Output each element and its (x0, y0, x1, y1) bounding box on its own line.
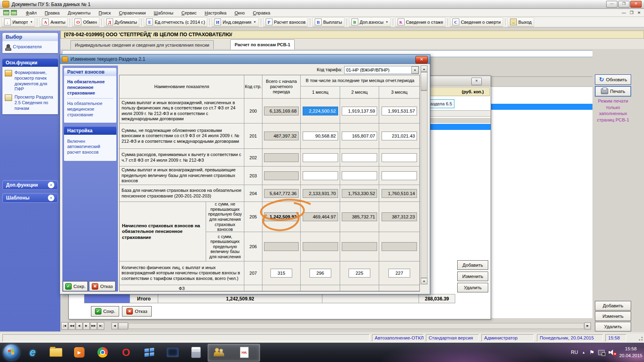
scroll-up-icon[interactable]: ▲ (421, 66, 427, 72)
nav-prev-icon[interactable]: ◀ (76, 322, 83, 330)
popup-close-icon[interactable]: ✕ (471, 78, 482, 85)
nav-next-icon[interactable]: ▶ (83, 322, 90, 330)
cell-202-m3[interactable] (382, 153, 417, 162)
volume-muted-icon[interactable]: ✖ (609, 350, 615, 355)
ind-svedeniya-button[interactable]: И Инд.сведения▼ (212, 17, 258, 27)
tariff-dropdown-icon[interactable]: ▼ (411, 66, 419, 74)
taskbar-ie-icon[interactable]: e (23, 345, 42, 360)
nav-item-pension[interactable]: На обязательное пенсионное страхование (65, 78, 116, 97)
sidebar-item-formirovanie[interactable]: Формирование, просмотр пачек документов … (4, 69, 56, 93)
network-icon[interactable] (598, 350, 605, 355)
mdi-minimize-icon[interactable]: — (622, 10, 626, 15)
print-button[interactable]: Печать (595, 86, 631, 97)
hscroll-right-icon[interactable]: ▶ (584, 323, 591, 329)
ed-otchetnost-button[interactable]: Е Ед.отчетность (с 2014 г.) (144, 17, 207, 27)
menu-documents[interactable]: Документы (68, 10, 91, 15)
taskbar-calculator-icon[interactable] (187, 345, 205, 360)
mdi-close-icon[interactable]: ✕ (638, 10, 641, 15)
sidebar-group-shablony[interactable]: Шаблоны » (2, 193, 58, 203)
cell-207-total[interactable]: 315 (270, 269, 292, 278)
tab-individual-svedeniya[interactable]: Индивидуальные сведения и сведения для у… (70, 40, 214, 49)
popup-cancel-button[interactable]: ✖ Отказ (122, 306, 152, 317)
action-center-flag-icon[interactable]: ⚑ (589, 349, 594, 356)
menu-templates[interactable]: Шаблоны (154, 10, 173, 15)
taskbar-media-player-icon[interactable]: ▶ (70, 345, 89, 360)
tray-expand-icon[interactable]: ▲ (582, 351, 585, 354)
start-button[interactable] (3, 344, 19, 360)
menu-window[interactable]: Окно (235, 10, 245, 15)
taskbar-xml-doc-icon[interactable]: XML (235, 345, 254, 360)
taskbar-windows-app-icon[interactable] (140, 345, 159, 360)
popup-add-button[interactable]: Добавить (457, 260, 488, 270)
tray-clock[interactable]: 15:58 20.04.2015 (619, 346, 642, 360)
taskbar-explorer-icon[interactable] (47, 345, 65, 360)
popup-save-button[interactable]: ✔ Сохр. (91, 306, 119, 317)
cell-207-m2[interactable]: 225 (349, 269, 370, 278)
scroll-track[interactable] (421, 90, 427, 278)
mdi-restore-icon[interactable]: ❐ (630, 10, 634, 15)
nav-last-icon[interactable]: ▶| (97, 322, 104, 330)
hscroll-track[interactable] (128, 323, 584, 329)
dialog-cancel-button[interactable]: ✖ Отказ (89, 281, 116, 291)
edit-button[interactable]: Изменить (595, 311, 631, 321)
nav-fast-prev-icon[interactable]: ◀◀ (68, 322, 75, 330)
taskbar-opera-icon[interactable]: O (117, 345, 135, 360)
cell-202-m1[interactable] (303, 153, 338, 162)
language-indicator[interactable]: RU (571, 350, 578, 355)
taskbar-remote-desktop-icon[interactable] (163, 345, 182, 360)
minimize-icon[interactable]: — (606, 1, 617, 8)
import-button[interactable]: ↓ Импорт▼ (2, 17, 35, 27)
sidebar-item-prosmotr-razdela[interactable]: Просмотр Раздела 2.5 Сведения по пачкам (4, 93, 56, 112)
dialog-save-button[interactable]: ✔ Сохр. (63, 281, 88, 291)
cell-201-m1[interactable]: 90,568.82 (303, 132, 338, 140)
nav-item-medical[interactable]: На обязательное медицинское страхование (65, 99, 116, 119)
menu-file[interactable]: Файл (26, 10, 37, 15)
cell-203-m3[interactable] (382, 171, 417, 180)
raschet-vznosov-button[interactable]: Р Расчет взносов (263, 17, 308, 27)
dialog-close-icon[interactable]: ✕ (415, 56, 428, 64)
obmen-button[interactable]: О Обмен (72, 17, 99, 27)
sidebar-group-dop-funkcii[interactable]: Доп.функции » (2, 180, 58, 190)
cell-201-m3[interactable]: 231,021.43 (382, 132, 417, 140)
taskbar-pu5-app-icon[interactable] (210, 345, 229, 360)
nav-fast-next-icon[interactable]: ▶▶ (90, 322, 97, 330)
menu-search[interactable]: Поиск (99, 10, 111, 15)
ankety-button[interactable]: А Анкеты (39, 17, 68, 27)
cell-203-m2[interactable] (342, 171, 377, 180)
cell-207-m3[interactable]: 227 (388, 269, 410, 278)
cell-200-m3[interactable]: 1,991,531.57 (382, 107, 417, 115)
tab-raschet-rsv1[interactable]: Расчет по взносам РСВ-1 (230, 39, 295, 49)
cell-200-m2[interactable]: 1,919,137.59 (342, 107, 377, 115)
mdi-window-icon[interactable] (3, 10, 9, 15)
cell-200-m1-selected[interactable]: 2,224,500.52 (303, 107, 338, 115)
delete-button[interactable]: Удалить (595, 322, 631, 331)
stazh-button[interactable]: К Сведения о стаже (395, 17, 446, 27)
scroll-thumb[interactable] (421, 72, 427, 90)
refresh-button[interactable]: ↻ Обновить (595, 74, 631, 85)
vyplaty-button[interactable]: В Выплаты (312, 17, 344, 27)
menu-help[interactable]: Справка (253, 10, 270, 15)
nav-first-icon[interactable]: |◀ (61, 322, 68, 330)
tariff-combobox[interactable]: 01-НР (ВЖНР/ВПНР) ▼ (344, 66, 419, 74)
hscroll-left-icon[interactable]: ◀ (111, 323, 118, 329)
maximize-icon[interactable]: ❐ (618, 1, 630, 8)
resize-grip[interactable] (638, 336, 643, 342)
menu-edit[interactable]: Правка (45, 10, 60, 15)
dop-vznosy-button[interactable]: В Доп.взносы▼ (349, 17, 391, 27)
cell-207-m1[interactable]: 296 (310, 269, 331, 278)
cell-202-m2[interactable] (342, 153, 377, 162)
scroll-down-icon[interactable]: ▼ (421, 278, 427, 284)
add-button[interactable]: Добавить (595, 301, 631, 311)
exit-button[interactable]: → Выход (508, 17, 534, 27)
cell-203-m1[interactable] (303, 171, 338, 180)
popup-delete-button[interactable]: Удалить (457, 283, 488, 292)
hscroll-thumb[interactable] (118, 323, 128, 329)
dublikaty-button[interactable]: Д Дубликаты (104, 17, 140, 27)
smert-button[interactable]: С Сведения о смерти (450, 17, 503, 27)
cell-201-m2[interactable]: 165,807.07 (342, 132, 377, 140)
close-icon[interactable]: ✕ (630, 1, 642, 8)
mdi-window-icon[interactable] (11, 10, 17, 15)
menu-settings[interactable]: Настройка (204, 10, 226, 15)
popup-edit-button[interactable]: Изменить (457, 272, 488, 281)
taskbar-chrome-icon[interactable] (93, 345, 112, 360)
